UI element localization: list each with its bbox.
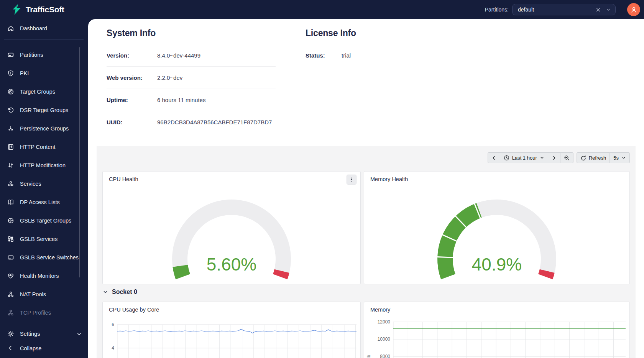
sidebar-item-health-monitors[interactable]: Health Monitors [0,267,88,285]
cpu-usage-chart: 64 [103,315,360,358]
server-icon [7,254,14,261]
merge-down-icon [7,125,14,132]
memory-chart-card: Memory 12000100008000Mb [364,302,630,358]
sidebar-item-label: DSR Target Groups [20,107,68,113]
socket-section-title: Socket 0 [112,289,137,295]
sidebar-item-label: GSLB Service Switches [20,254,79,261]
row-label: Status: [306,52,342,59]
refresh-group: Refresh 5s [577,152,630,163]
globe-icon [7,217,14,224]
book-icon [7,144,14,150]
chevron-left-icon [7,345,14,352]
y-tick-label: 10000 [378,337,391,342]
sidebar-item-dp-access-lists[interactable]: DP Access Lists [0,193,88,211]
chevron-down-icon [76,331,82,337]
sidebar-item-target-groups[interactable]: Target Groups [0,82,88,101]
partitions-select[interactable]: default [512,4,616,15]
sidebar-item-gslb-target-groups[interactable]: GSLB Target Groups [0,211,88,230]
arrows-up-down-icon [7,162,14,169]
user-avatar[interactable] [627,3,640,16]
heart-pulse-icon [7,272,14,279]
brand-name: TrafficSoft [26,5,64,14]
zoom-out-button[interactable] [560,152,573,163]
shield-icon [7,70,14,77]
sidebar-item-partitions[interactable]: Partitions [0,46,88,64]
info-row-uptime: Uptime: 6 hours 11 minutes [107,89,276,111]
target-icon [7,88,14,95]
chevron-down-icon [103,289,108,295]
refresh-label: Refresh [589,155,606,161]
sidebar-item-tcp-profiles[interactable]: TCP Profiles [0,304,88,322]
chevron-down-icon[interactable] [606,7,611,12]
row-label: Version: [107,52,157,59]
series-line [117,329,356,333]
sidebar-item-gslb-services[interactable]: GSLB Services [0,230,88,248]
chevron-left-icon [491,155,496,160]
cluster-icon [7,180,14,187]
home-icon [7,25,14,32]
row-value: 96B2DCB3D4A87B56CABFDE71F87D7BD7 [157,119,272,125]
gauge-value: 40.9% [472,254,522,274]
row-label: UUID: [107,119,157,125]
memory-health-gauge: 40.9% [364,185,629,282]
memory-health-card: Memory Health 40.9% [364,171,630,284]
sidebar-item-label: GSLB Services [20,236,58,242]
socket-section-header[interactable]: Socket 0 [103,289,137,295]
network-icon [7,291,14,298]
chevron-down-icon [540,155,544,160]
cpu-health-gauge: 5.60% [103,185,360,282]
info-row-version: Version: 8.4.0~dev-44499 [107,45,276,67]
sidebar-item-dashboard[interactable]: Dashboard [0,19,88,38]
refresh-button[interactable]: Refresh [577,152,610,163]
sidebar-item-http-modification[interactable]: HTTP Modification [0,156,88,175]
chevron-down-icon [621,155,626,160]
sidebar-item-nat-pools[interactable]: NAT Pools [0,285,88,304]
clock-icon [504,155,509,161]
sidebar-item-label: PKI [20,70,29,76]
undo-arrow-icon [7,107,14,114]
row-value: 6 hours 11 minutes [157,97,205,103]
y-tick-label: 6 [112,322,114,327]
card-title: CPU Usage by Core [109,307,159,313]
refresh-interval-picker[interactable]: 5s [610,152,630,163]
clear-icon[interactable] [595,7,601,13]
time-range-back-button[interactable] [488,152,500,163]
zoom-out-icon [564,155,570,161]
grid-icon [7,236,14,243]
sidebar-item-pki[interactable]: PKI [0,64,88,82]
sidebar-item-gslb-service-switches[interactable]: GSLB Service Switches [0,248,88,267]
row-value: 2.2.0~dev [157,74,182,81]
kebab-menu-button[interactable] [347,175,356,185]
memory-chart: 12000100008000Mb [364,315,629,358]
sidebar-item-settings[interactable]: Settings [0,327,88,341]
kebab-icon [349,177,354,182]
server-icon [7,51,14,58]
brand: TrafficSoft [12,4,64,15]
partitions-selected-value: default [518,7,595,13]
sidebar-collapse-button[interactable]: Collapse [0,341,88,356]
sidebar-item-label: GSLB Target Groups [20,218,71,224]
y-tick-label: 8000 [380,354,390,358]
sidebar-item-label: DP Access Lists [20,199,60,205]
sidebar-item-label: NAT Pools [20,291,46,297]
time-range-picker[interactable]: Last 1 hour [500,152,548,163]
license-info-title: License Info [306,28,459,38]
sidebar-bottom: Settings Collapse [0,323,88,358]
sidebar-item-dsr-target-groups[interactable]: DSR Target Groups [0,101,88,119]
sidebar-item-persistence-groups[interactable]: Persistence Groups [0,119,88,138]
sidebar-item-label: Dashboard [20,25,47,31]
row-label: Uptime: [107,97,157,103]
time-range-forward-button[interactable] [548,152,560,163]
sidebar-divider [4,39,84,40]
trafficsoft-logo [12,4,22,15]
time-range-group: Last 1 hour [488,152,573,163]
sidebar-item-label: Health Monitors [20,273,59,279]
sidebar-collapse-label: Collapse [20,345,41,351]
sidebar-item-services[interactable]: Services [0,175,88,193]
sidebar-item-label: TCP Profiles [20,310,51,316]
sidebar: DashboardPartitionsPKITarget GroupsDSR T… [0,19,88,358]
dashboard-section: Last 1 hour Refresh 5s [97,146,636,358]
sidebar-scrollbar[interactable] [79,47,80,277]
y-axis-label: Mb [366,355,371,358]
sidebar-item-http-content[interactable]: HTTP Content [0,138,88,156]
